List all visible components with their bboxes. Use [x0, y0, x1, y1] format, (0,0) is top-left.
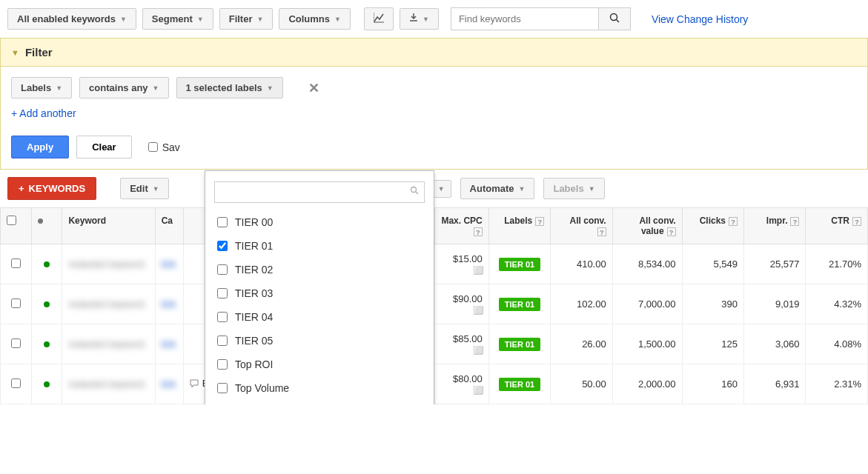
label-option-text: TIER 05 [235, 335, 273, 347]
label-option[interactable]: TIER 02 [214, 258, 425, 281]
label-option-checkbox[interactable] [217, 359, 228, 370]
filter-dropdown[interactable]: Filter ▼ [219, 8, 274, 30]
label-option-text: TIER 03 [235, 287, 273, 299]
labels-search-input[interactable] [214, 181, 425, 203]
filter-panel-header[interactable]: ▼ Filter [0, 38, 868, 67]
chart-button[interactable] [364, 7, 394, 30]
status-dot-icon [44, 301, 50, 307]
label-option[interactable]: Truce [214, 400, 425, 404]
label-option[interactable]: Top ROI [214, 353, 425, 376]
max-cpc-cell[interactable]: $80.00⬜ [434, 364, 488, 404]
label-option-text: TIER 02 [235, 264, 273, 276]
svg-point-2 [610, 14, 617, 21]
help-icon[interactable]: ? [790, 217, 799, 226]
label-option-checkbox[interactable] [217, 241, 228, 251]
caret-down-icon: ▼ [519, 185, 526, 193]
filter-title: Filter [25, 46, 53, 59]
col-campaign[interactable]: Ca [155, 208, 183, 244]
label-option[interactable]: TIER 05 [214, 329, 425, 353]
max-cpc-cell[interactable]: $90.00⬜ [434, 284, 488, 324]
label-option[interactable]: TIER 01 [214, 234, 425, 258]
filter-operator-dropdown[interactable]: contains any ▼ [79, 77, 168, 99]
impr-cell: 25,577 [744, 244, 806, 284]
labels-dropdown[interactable]: Labels ▼ [543, 178, 604, 199]
keywords-scope-label: All enabled keywords [17, 13, 116, 24]
help-icon[interactable]: ? [535, 217, 544, 226]
col-keyword[interactable]: Keyword [62, 208, 155, 244]
save-filter-label: Sav [162, 141, 180, 153]
ctr-cell: 4.08% [806, 324, 868, 364]
edit-dropdown[interactable]: Edit ▼ [120, 178, 168, 199]
label-option-checkbox[interactable] [217, 288, 228, 298]
top-toolbar: All enabled keywords ▼ Segment ▼ Filter … [0, 0, 868, 38]
add-another-filter-link[interactable]: + Add another [11, 107, 76, 119]
view-change-history-link[interactable]: View Change History [652, 13, 748, 25]
col-impr[interactable]: Impr.? [744, 208, 806, 244]
remove-filter-button[interactable]: ✕ [308, 80, 319, 96]
impr-cell: 9,019 [744, 284, 806, 324]
impr-cell: 3,060 [744, 324, 806, 364]
save-filter-checkbox[interactable] [148, 142, 158, 152]
search-button[interactable] [599, 7, 631, 30]
campaign-link[interactable]: link [162, 378, 176, 390]
col-labels[interactable]: Labels? [488, 208, 550, 244]
select-all-checkbox[interactable] [7, 216, 16, 225]
keywords-scope-dropdown[interactable]: All enabled keywords ▼ [7, 8, 136, 30]
filter-field-dropdown[interactable]: Labels ▼ [11, 77, 72, 99]
label-option[interactable]: TIER 03 [214, 281, 425, 305]
row-checkbox[interactable] [11, 298, 21, 308]
download-icon [409, 13, 418, 24]
label-option-checkbox[interactable] [217, 264, 228, 275]
campaign-link[interactable]: link [162, 298, 176, 310]
help-icon[interactable]: ? [667, 227, 676, 236]
labels-options-list[interactable]: TIER 00TIER 01TIER 02TIER 03TIER 04TIER … [214, 210, 425, 404]
col-all-conv-value[interactable]: All conv. value? [612, 208, 682, 244]
label-option-checkbox[interactable] [217, 336, 228, 346]
filter-label: Filter [229, 13, 253, 24]
filter-field-label: Labels [21, 82, 51, 93]
columns-dropdown[interactable]: Columns ▼ [279, 8, 351, 30]
label-option[interactable]: Top Volume [214, 376, 425, 400]
label-option-checkbox[interactable] [217, 383, 228, 393]
row-checkbox[interactable] [11, 378, 21, 388]
caret-down-icon: ▼ [589, 185, 595, 193]
tier-badge: TIER 01 [499, 338, 540, 351]
search-wrap [451, 7, 631, 30]
add-keywords-label: KEYWORDS [29, 183, 86, 194]
row-checkbox[interactable] [11, 258, 21, 268]
help-icon[interactable]: ? [852, 217, 861, 226]
all-conv-cell: 50.00 [551, 364, 612, 404]
col-ctr[interactable]: CTR? [806, 208, 868, 244]
campaign-link[interactable]: link [162, 338, 176, 350]
segment-dropdown[interactable]: Segment ▼ [142, 8, 213, 30]
svg-line-5 [416, 192, 418, 194]
row-checkbox[interactable] [11, 338, 21, 348]
clicks-cell: 160 [682, 364, 743, 404]
download-dropdown[interactable]: ▼ [400, 8, 439, 30]
col-max-cpc[interactable]: Max. CPC? [434, 208, 488, 244]
label-option-checkbox[interactable] [217, 312, 228, 322]
automate-dropdown[interactable]: Automate ▼ [460, 178, 535, 199]
clicks-cell: 5,549 [682, 244, 743, 284]
find-keywords-input[interactable] [451, 7, 599, 30]
caret-down-icon: ▼ [438, 185, 445, 193]
help-icon[interactable]: ? [474, 227, 483, 236]
plus-icon: + [19, 183, 24, 194]
status-dot-icon [44, 341, 50, 347]
label-option[interactable]: TIER 00 [214, 210, 425, 234]
label-option[interactable]: TIER 04 [214, 305, 425, 329]
labels-dropdown-panel: TIER 00TIER 01TIER 02TIER 03TIER 04TIER … [205, 170, 434, 404]
campaign-link[interactable]: link [162, 258, 176, 270]
label-option-checkbox[interactable] [217, 217, 228, 227]
col-clicks[interactable]: Clicks? [682, 208, 743, 244]
filter-value-dropdown[interactable]: 1 selected labels ▼ [176, 77, 283, 99]
search-icon [609, 14, 620, 25]
max-cpc-cell[interactable]: $85.00⬜ [434, 324, 488, 364]
col-all-conv[interactable]: All conv.? [551, 208, 612, 244]
apply-button[interactable]: Apply [11, 136, 69, 158]
max-cpc-cell[interactable]: $15.00⬜ [434, 244, 488, 284]
help-icon[interactable]: ? [597, 227, 606, 236]
help-icon[interactable]: ? [729, 217, 738, 226]
add-keywords-button[interactable]: + KEYWORDS [7, 177, 96, 200]
clear-button[interactable]: Clear [76, 136, 132, 158]
